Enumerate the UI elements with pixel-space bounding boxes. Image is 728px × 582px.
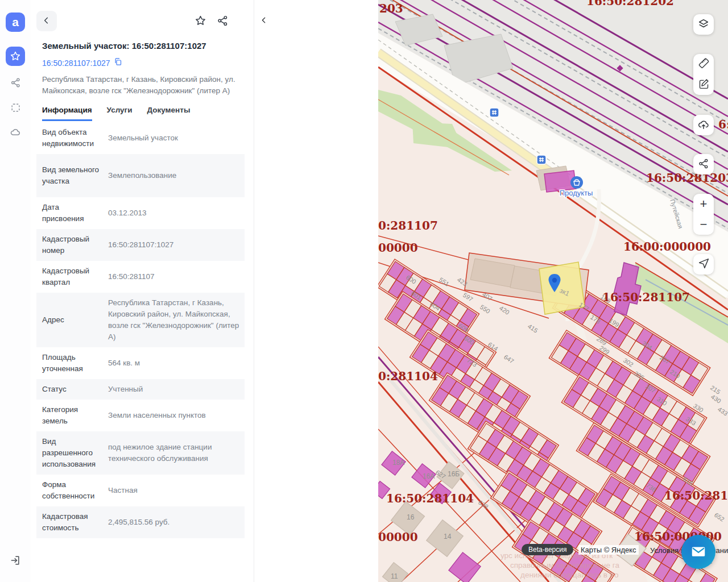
poi-label: Продукты <box>560 189 593 197</box>
row-label: Кадастровый номер <box>36 234 102 256</box>
svg-text:00000: 00000 <box>378 241 418 255</box>
table-row: Площадь уточненная564 кв. м <box>36 347 245 379</box>
row-value: 2,495,815.56 руб. <box>102 517 245 528</box>
table-row: Кадастровый номер16:50:281107:1027 <box>36 229 245 261</box>
svg-text:0:281107: 0:281107 <box>378 219 438 232</box>
beta-badge: Beta-версия <box>522 544 573 555</box>
envelope-icon <box>690 543 707 562</box>
map-share-button[interactable] <box>693 154 714 174</box>
secondary-panel <box>254 0 378 582</box>
row-value: Частная <box>102 485 245 496</box>
cloud-upload-icon <box>697 118 710 132</box>
edit-icon <box>698 78 710 92</box>
row-value: 16:50:281107:1027 <box>102 239 245 251</box>
row-value: Республика Татарстан, г Казань, Кировски… <box>102 297 245 343</box>
row-value: Земельный участок <box>102 132 245 144</box>
svg-text:16А: 16А <box>423 472 435 480</box>
table-row: Категория земельЗемли населенных пунктов <box>36 400 245 431</box>
row-value: Учтенный <box>102 384 245 395</box>
layers-icon <box>697 18 710 32</box>
upload-button[interactable] <box>693 115 714 135</box>
tab-bar: ИнформацияУслугиДокументы <box>42 106 245 121</box>
app-logo[interactable]: a <box>6 13 25 32</box>
share-nodes-icon <box>10 77 21 88</box>
star-icon <box>195 15 206 28</box>
app-root: a <box>0 0 728 582</box>
table-row: Кадастровый квартал16:50:281107 <box>36 261 245 293</box>
ruler-icon <box>698 57 710 71</box>
svg-text:11: 11 <box>391 572 398 580</box>
row-label: Площадь уточненная <box>36 352 102 375</box>
select-area-button[interactable] <box>6 98 25 117</box>
sign-in-icon <box>10 555 21 566</box>
map-copyright[interactable]: Карты © Яндекс <box>578 545 639 555</box>
copy-icon[interactable] <box>114 57 122 68</box>
cadastral-number-link[interactable]: 16:50:281107:1027 <box>42 59 110 68</box>
svg-text:16:50:281203: 16:50:281203 <box>646 171 728 185</box>
zoom-control: + − <box>693 194 714 235</box>
object-detail-panel: Земельный участок: 16:50:281107:1027 16:… <box>31 0 254 582</box>
tab-1[interactable]: Услуги <box>107 106 133 121</box>
svg-text:16:50:281107: 16:50:281107 <box>664 489 728 502</box>
star-icon <box>10 51 21 62</box>
svg-text:14: 14 <box>444 533 452 541</box>
svg-text:6:: 6: <box>718 118 728 131</box>
table-row: Вид разрешенного использованияпод нежило… <box>36 431 245 475</box>
chevron-left-icon <box>42 16 51 27</box>
chevron-left-icon <box>260 16 268 26</box>
share-nodes-icon <box>698 158 709 171</box>
locate-button[interactable] <box>693 254 714 275</box>
layers-control <box>693 14 714 35</box>
svg-text:203: 203 <box>379 2 403 15</box>
locate-control <box>693 254 714 275</box>
row-label: Вид земельного участка <box>36 164 102 187</box>
table-row: Вид земельного участкаЗемлепользование <box>36 154 245 197</box>
row-value: Земли населенных пунктов <box>102 410 245 421</box>
map-canvas[interactable]: Продукты 6006016045514235974075504204156… <box>378 0 728 582</box>
table-row: АдресРеспублика Татарстан, г Казань, Кир… <box>36 293 245 347</box>
svg-text:дениями обращайтесь в Ро: дениями обращайтесь в Ро <box>520 571 619 579</box>
table-row: Дата присвоения03.12.2013 <box>36 197 245 229</box>
collapse-panel-button[interactable] <box>255 13 272 30</box>
plus-icon: + <box>700 197 708 211</box>
minus-icon: − <box>700 217 708 232</box>
row-label: Категория земель <box>36 404 102 427</box>
favorites-button[interactable] <box>6 47 25 66</box>
selection-square-icon <box>10 102 21 113</box>
row-value: 16:50:281107 <box>102 271 245 282</box>
related-objects-button[interactable] <box>6 73 25 92</box>
back-button[interactable] <box>36 11 57 31</box>
feedback-button[interactable] <box>681 535 715 569</box>
panel-header <box>36 0 245 36</box>
row-label: Адрес <box>36 314 102 326</box>
ruler-button[interactable] <box>693 54 714 74</box>
row-value: Землепользование <box>102 170 245 181</box>
zoom-in-button[interactable]: + <box>693 194 714 214</box>
measure-draw-control <box>693 54 714 95</box>
svg-text:16:50:281107: 16:50:281107 <box>602 290 690 304</box>
tab-2[interactable]: Документы <box>147 106 191 121</box>
row-label: Статус <box>36 384 102 395</box>
draw-button[interactable] <box>693 74 714 95</box>
row-value: 564 кв. м <box>102 357 245 369</box>
table-row: Кадастровая стоимость2,495,815.56 руб. <box>36 506 245 538</box>
left-icon-rail: a <box>0 0 31 582</box>
svg-text:00000: 00000 <box>378 530 418 544</box>
navigation-arrow-icon <box>698 257 710 271</box>
cloud-button[interactable] <box>6 123 25 142</box>
page-title: Земельный участок: 16:50:281107:1027 <box>42 41 245 51</box>
upload-control <box>693 115 714 135</box>
svg-text:16:50:281104: 16:50:281104 <box>386 492 474 505</box>
layers-button[interactable] <box>693 14 714 35</box>
row-value: под нежилое здание станции технического … <box>102 442 245 464</box>
tab-0[interactable]: Информация <box>42 106 92 121</box>
share-control <box>693 154 714 174</box>
sign-in-button[interactable] <box>6 551 25 570</box>
zoom-out-button[interactable]: − <box>693 214 714 235</box>
row-label: Кадастровая стоимость <box>36 511 102 534</box>
share-object-button[interactable] <box>217 15 229 28</box>
favorite-object-button[interactable] <box>195 15 206 28</box>
row-label: Форма собственности <box>36 479 102 502</box>
svg-text:0:281104: 0:281104 <box>378 369 438 383</box>
row-label: Дата присвоения <box>36 202 102 225</box>
